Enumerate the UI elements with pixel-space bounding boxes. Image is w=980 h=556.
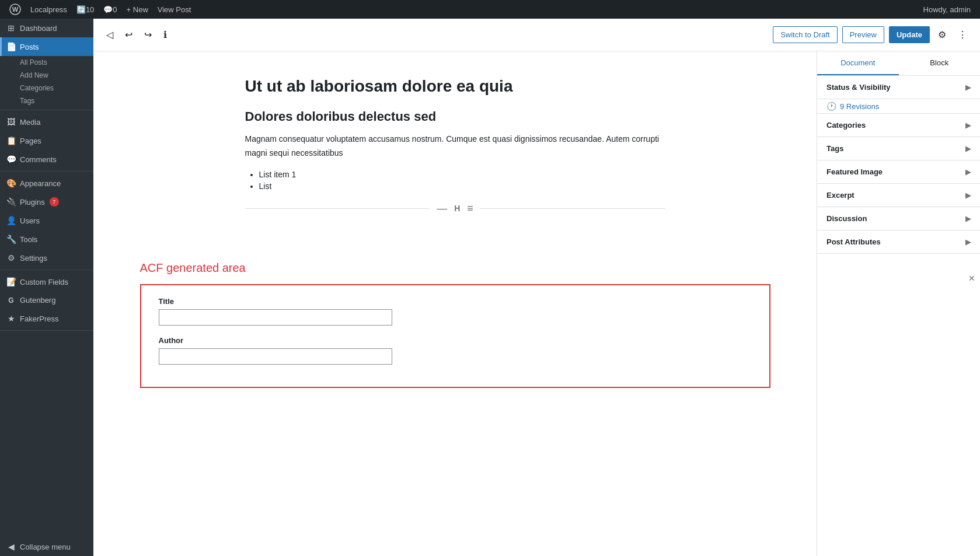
sidebar-item-gutenberg[interactable]: G Gutenberg xyxy=(0,291,93,309)
settings-icon: ⚙ xyxy=(6,253,16,263)
block-appender-line xyxy=(245,208,430,209)
chevron-tags: ▶ xyxy=(965,145,971,153)
sidebar-item-custom-fields[interactable]: 📝 Custom Fields xyxy=(0,272,93,291)
update-button[interactable]: Update xyxy=(889,26,930,43)
section-post-attributes-header[interactable]: Post Attributes ▶ xyxy=(817,230,980,253)
block-appender-h[interactable]: H xyxy=(454,204,460,213)
preview-button[interactable]: Preview xyxy=(842,26,884,43)
sidebar-sub-all-posts[interactable]: All Posts xyxy=(0,56,93,69)
sidebar: ⊞ Dashboard 📄 Posts All Posts Add New Ca… xyxy=(0,19,93,556)
acf-area: ACF generated area Title Author xyxy=(105,250,805,411)
sidebar-collapse-menu[interactable]: ◀ Collapse menu xyxy=(0,537,93,556)
editor-canvas: Ut ut ab laboriosam dolore ea quia Dolor… xyxy=(210,51,700,250)
post-heading[interactable]: Dolores doloribus delectus sed xyxy=(245,109,665,124)
settings-close-button[interactable]: ✕ xyxy=(968,274,975,283)
collapse-icon: ◀ xyxy=(6,542,16,551)
sidebar-sub-add-new[interactable]: Add New xyxy=(0,69,93,82)
editor-content-wrapper: Ut ut ab laboriosam dolore ea quia Dolor… xyxy=(93,51,980,556)
admin-bar-comments[interactable]: 💬 0 xyxy=(99,0,121,19)
editor-main[interactable]: Ut ut ab laboriosam dolore ea quia Dolor… xyxy=(93,51,817,556)
section-discussion-header[interactable]: Discussion ▶ xyxy=(817,207,980,230)
block-appender-line-2 xyxy=(480,208,665,209)
tab-document[interactable]: Document xyxy=(817,51,899,75)
svg-text:W: W xyxy=(12,6,19,13)
block-appender-dash[interactable]: — xyxy=(437,202,447,215)
acf-author-input[interactable] xyxy=(159,348,392,365)
comments-icon: 💬 xyxy=(6,155,16,164)
admin-bar-howdy: Howdy, admin xyxy=(919,5,975,14)
fakerpress-icon: ★ xyxy=(6,314,16,323)
sidebar-item-dashboard[interactable]: ⊞ Dashboard xyxy=(0,19,93,37)
sidebar-sub-tags[interactable]: Tags xyxy=(0,95,93,107)
section-categories: Categories ▶ xyxy=(817,114,980,137)
chevron-featured-image: ▶ xyxy=(965,168,971,176)
sidebar-item-posts[interactable]: 📄 Posts xyxy=(0,37,93,56)
more-options-button[interactable]: ⋮ xyxy=(954,26,971,44)
list-item[interactable]: List xyxy=(259,181,665,191)
sidebar-sub-categories[interactable]: Categories xyxy=(0,82,93,95)
sidebar-item-fakerpress[interactable]: ★ FakerPress xyxy=(0,309,93,328)
switch-to-draft-button[interactable]: Switch to Draft xyxy=(773,26,838,43)
block-appender-list[interactable]: ≡ xyxy=(467,202,473,215)
acf-title-label: Title xyxy=(159,297,752,306)
post-list[interactable]: List item 1 List xyxy=(245,170,665,191)
chevron-excerpt: ▶ xyxy=(965,191,971,200)
toolbar-redo-btn[interactable]: ↪ xyxy=(141,26,155,44)
pages-icon: 📋 xyxy=(6,136,16,145)
sidebar-item-users[interactable]: 👤 Users xyxy=(0,211,93,230)
sidebar-divider-4 xyxy=(0,330,93,331)
section-categories-header[interactable]: Categories ▶ xyxy=(817,114,980,137)
sidebar-item-appearance[interactable]: 🎨 Appearance xyxy=(0,174,93,193)
chevron-categories: ▶ xyxy=(965,121,971,130)
section-featured-image-header[interactable]: Featured Image ▶ xyxy=(817,160,980,183)
admin-bar-updates[interactable]: 🔄 10 xyxy=(72,0,99,19)
tools-icon: 🔧 xyxy=(6,235,16,244)
acf-title-input[interactable] xyxy=(159,309,392,326)
sidebar-divider-2 xyxy=(0,171,93,172)
dashboard-icon: ⊞ xyxy=(6,23,16,33)
settings-toggle-button[interactable]: ⚙ xyxy=(934,26,950,44)
block-appender: — H ≡ xyxy=(245,202,665,215)
section-excerpt: Excerpt ▶ xyxy=(817,184,980,207)
tab-block[interactable]: Block xyxy=(899,51,981,75)
sidebar-item-plugins[interactable]: 🔌 Plugins 7 xyxy=(0,193,93,211)
section-post-attributes: Post Attributes ▶ xyxy=(817,230,980,254)
revisions-row[interactable]: 🕐 9 Revisions xyxy=(817,99,980,113)
section-tags-header[interactable]: Tags ▶ xyxy=(817,137,980,160)
users-icon: 👤 xyxy=(6,216,16,225)
section-status-visibility-header[interactable]: Status & Visibility ▶ xyxy=(817,76,980,99)
toolbar-back-btn[interactable]: ◁ xyxy=(103,26,117,44)
sidebar-item-pages[interactable]: 📋 Pages xyxy=(0,131,93,150)
post-title[interactable]: Ut ut ab laboriosam dolore ea quia xyxy=(245,75,665,97)
acf-field-author: Author xyxy=(159,336,752,365)
admin-bar-new[interactable]: + New xyxy=(122,0,153,19)
chevron-status-visibility: ▶ xyxy=(965,83,971,92)
admin-bar-site-name[interactable]: Localpress xyxy=(26,0,72,19)
main-wrapper: ⊞ Dashboard 📄 Posts All Posts Add New Ca… xyxy=(0,19,980,556)
admin-bar-wp-logo[interactable]: W xyxy=(5,0,26,19)
sidebar-item-media[interactable]: 🖼 Media xyxy=(0,113,93,131)
chevron-post-attributes: ▶ xyxy=(965,238,971,246)
sidebar-item-tools[interactable]: 🔧 Tools xyxy=(0,230,93,249)
settings-sidebar: Document Block ✕ Status & Visibility ▶ xyxy=(817,51,980,556)
section-tags: Tags ▶ xyxy=(817,137,980,160)
editor-wrapper: ◁ ↩ ↪ ℹ Switch to Draft Preview Update ⚙… xyxy=(93,19,980,556)
chevron-discussion: ▶ xyxy=(965,215,971,223)
list-item[interactable]: List item 1 xyxy=(259,170,665,179)
editor-toolbar: ◁ ↩ ↪ ℹ Switch to Draft Preview Update ⚙… xyxy=(93,19,980,51)
toolbar-undo-btn[interactable]: ↩ xyxy=(121,26,136,44)
sidebar-item-settings[interactable]: ⚙ Settings xyxy=(0,249,93,267)
toolbar-info-btn[interactable]: ℹ xyxy=(160,26,170,44)
acf-author-label: Author xyxy=(159,336,752,345)
section-featured-image: Featured Image ▶ xyxy=(817,160,980,184)
revisions-icon: 🕐 xyxy=(826,102,836,111)
revisions-label: 9 Revisions xyxy=(840,102,879,111)
sidebar-divider-1 xyxy=(0,110,93,110)
post-paragraph[interactable]: Magnam consequatur voluptatem accusamus … xyxy=(245,132,665,160)
admin-bar-view-post[interactable]: View Post xyxy=(153,0,196,19)
settings-tabs: Document Block ✕ xyxy=(817,51,980,76)
section-status-visibility: Status & Visibility ▶ xyxy=(817,76,980,99)
section-excerpt-header[interactable]: Excerpt ▶ xyxy=(817,184,980,207)
posts-icon: 📄 xyxy=(6,42,16,51)
sidebar-item-comments[interactable]: 💬 Comments xyxy=(0,150,93,169)
